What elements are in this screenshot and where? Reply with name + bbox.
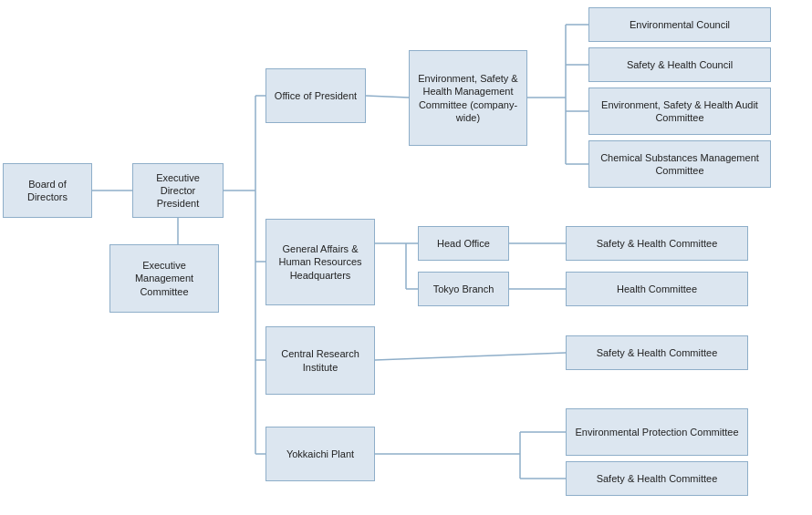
health-committee-tokyo: Health Committee	[566, 272, 748, 306]
environmental-council: Environmental Council	[588, 7, 771, 42]
tokyo-branch: Tokyo Branch	[418, 272, 509, 306]
env-safety-audit-committee: Environment, Safety & Health Audit Commi…	[588, 88, 771, 135]
board-of-directors: Board of Directors	[3, 163, 92, 218]
executive-management-committee: Executive Management Committee	[109, 244, 219, 313]
sh-committee-yokkaichi: Safety & Health Committee	[566, 461, 748, 496]
general-affairs-hq: General Affairs & Human Resources Headqu…	[265, 219, 375, 305]
office-of-president: Office of President	[265, 68, 366, 123]
head-office: Head Office	[418, 226, 509, 261]
central-research-institute: Central Research Institute	[265, 326, 375, 395]
svg-line-8	[366, 96, 409, 98]
svg-line-21	[375, 353, 566, 360]
executive-director-president: Executive Director President	[132, 163, 224, 218]
chemical-substances-committee: Chemical Substances Management Committee	[588, 140, 771, 188]
sh-committee-central: Safety & Health Committee	[566, 335, 748, 370]
yokkaichi-plant: Yokkaichi Plant	[265, 427, 375, 481]
sh-committee-head-office: Safety & Health Committee	[566, 226, 748, 261]
env-safety-committee: Environment, Safety & Health Management …	[409, 50, 527, 146]
environmental-protection-committee: Environmental Protection Committee	[566, 408, 748, 456]
org-chart: Board of Directors Executive Director Pr…	[0, 0, 812, 515]
safety-health-council: Safety & Health Council	[588, 47, 771, 82]
